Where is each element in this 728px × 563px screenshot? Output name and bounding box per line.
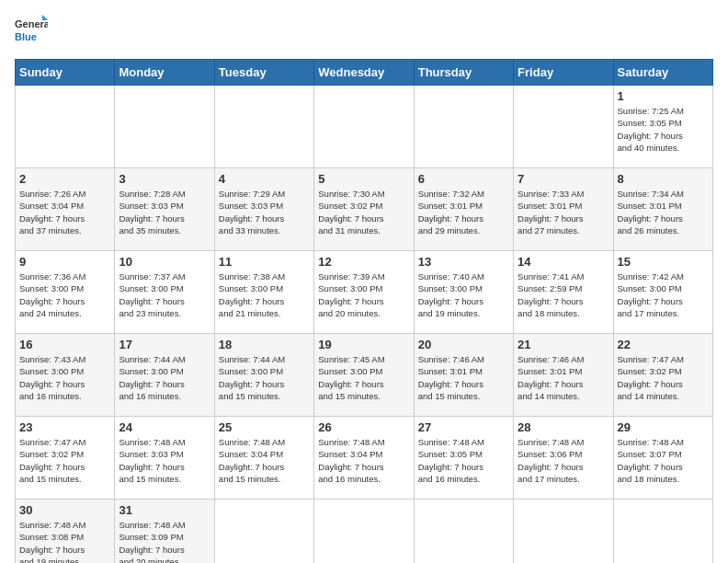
day-cell: 1Sunrise: 7:25 AM Sunset: 3:05 PM Daylig… xyxy=(613,86,712,168)
day-number: 28 xyxy=(518,420,609,434)
day-info: Sunrise: 7:38 AM Sunset: 3:00 PM Dayligh… xyxy=(219,270,310,319)
day-cell xyxy=(16,86,115,168)
day-cell: 19Sunrise: 7:45 AM Sunset: 3:00 PM Dayli… xyxy=(314,334,414,417)
day-header-friday: Friday xyxy=(514,60,613,86)
day-cell: 10Sunrise: 7:37 AM Sunset: 3:00 PM Dayli… xyxy=(115,251,214,334)
day-info: Sunrise: 7:36 AM Sunset: 3:00 PM Dayligh… xyxy=(19,270,110,319)
day-info: Sunrise: 7:48 AM Sunset: 3:05 PM Dayligh… xyxy=(418,436,509,485)
day-info: Sunrise: 7:48 AM Sunset: 3:03 PM Dayligh… xyxy=(119,436,210,485)
day-info: Sunrise: 7:30 AM Sunset: 3:02 PM Dayligh… xyxy=(318,188,409,236)
day-cell: 17Sunrise: 7:44 AM Sunset: 3:00 PM Dayli… xyxy=(115,334,214,417)
day-number: 7 xyxy=(518,172,609,186)
day-header-sunday: Sunday xyxy=(16,60,115,86)
svg-marker-2 xyxy=(42,15,48,20)
day-cell: 14Sunrise: 7:41 AM Sunset: 2:59 PM Dayli… xyxy=(514,251,613,334)
week-row-6: 30Sunrise: 7:48 AM Sunset: 3:08 PM Dayli… xyxy=(16,500,713,564)
day-info: Sunrise: 7:34 AM Sunset: 3:01 PM Dayligh… xyxy=(618,188,709,236)
day-cell xyxy=(115,86,214,168)
day-info: Sunrise: 7:48 AM Sunset: 3:06 PM Dayligh… xyxy=(518,436,609,485)
day-number: 21 xyxy=(518,338,609,351)
day-header-saturday: Saturday xyxy=(613,60,712,86)
day-cell xyxy=(414,86,513,168)
calendar-table: SundayMondayTuesdayWednesdayThursdayFrid… xyxy=(15,59,713,563)
day-number: 1 xyxy=(618,89,709,103)
day-cell: 9Sunrise: 7:36 AM Sunset: 3:00 PM Daylig… xyxy=(16,251,115,334)
day-info: Sunrise: 7:28 AM Sunset: 3:03 PM Dayligh… xyxy=(119,188,210,236)
day-info: Sunrise: 7:42 AM Sunset: 3:00 PM Dayligh… xyxy=(618,270,709,319)
day-info: Sunrise: 7:44 AM Sunset: 3:00 PM Dayligh… xyxy=(119,353,210,402)
day-cell: 5Sunrise: 7:30 AM Sunset: 3:02 PM Daylig… xyxy=(314,168,414,251)
day-number: 14 xyxy=(518,255,609,269)
day-info: Sunrise: 7:43 AM Sunset: 3:00 PM Dayligh… xyxy=(19,353,110,402)
day-info: Sunrise: 7:47 AM Sunset: 3:02 PM Dayligh… xyxy=(19,436,110,485)
day-info: Sunrise: 7:40 AM Sunset: 3:00 PM Dayligh… xyxy=(418,270,509,319)
day-cell: 11Sunrise: 7:38 AM Sunset: 3:00 PM Dayli… xyxy=(214,251,313,334)
day-number: 3 xyxy=(119,172,210,186)
day-info: Sunrise: 7:48 AM Sunset: 3:08 PM Dayligh… xyxy=(19,519,110,563)
day-number: 13 xyxy=(418,255,509,269)
day-cell xyxy=(314,500,414,564)
day-info: Sunrise: 7:48 AM Sunset: 3:04 PM Dayligh… xyxy=(318,436,409,485)
day-number: 30 xyxy=(19,503,110,517)
day-info: Sunrise: 7:46 AM Sunset: 3:01 PM Dayligh… xyxy=(518,353,609,402)
day-number: 6 xyxy=(418,172,509,186)
day-number: 5 xyxy=(318,172,409,186)
day-cell: 4Sunrise: 7:29 AM Sunset: 3:03 PM Daylig… xyxy=(214,168,313,251)
day-number: 27 xyxy=(418,420,509,434)
day-cell: 6Sunrise: 7:32 AM Sunset: 3:01 PM Daylig… xyxy=(414,168,513,251)
day-cell: 29Sunrise: 7:48 AM Sunset: 3:07 PM Dayli… xyxy=(613,417,712,500)
day-cell: 21Sunrise: 7:46 AM Sunset: 3:01 PM Dayli… xyxy=(514,334,613,417)
day-info: Sunrise: 7:48 AM Sunset: 3:07 PM Dayligh… xyxy=(618,436,709,485)
day-info: Sunrise: 7:25 AM Sunset: 3:05 PM Dayligh… xyxy=(618,105,709,154)
day-cell: 20Sunrise: 7:46 AM Sunset: 3:01 PM Dayli… xyxy=(414,334,513,417)
day-number: 17 xyxy=(119,338,210,351)
week-row-3: 9Sunrise: 7:36 AM Sunset: 3:00 PM Daylig… xyxy=(16,251,713,334)
day-info: Sunrise: 7:46 AM Sunset: 3:01 PM Dayligh… xyxy=(418,353,509,402)
day-cell: 30Sunrise: 7:48 AM Sunset: 3:08 PM Dayli… xyxy=(16,500,115,564)
day-cell: 12Sunrise: 7:39 AM Sunset: 3:00 PM Dayli… xyxy=(314,251,414,334)
day-cell: 13Sunrise: 7:40 AM Sunset: 3:00 PM Dayli… xyxy=(414,251,513,334)
day-cell xyxy=(414,500,513,564)
day-cell: 7Sunrise: 7:33 AM Sunset: 3:01 PM Daylig… xyxy=(514,168,613,251)
day-number: 24 xyxy=(119,420,210,434)
day-number: 22 xyxy=(618,338,709,351)
day-number: 9 xyxy=(19,255,110,269)
day-cell: 25Sunrise: 7:48 AM Sunset: 3:04 PM Dayli… xyxy=(214,417,313,500)
day-cell xyxy=(214,500,313,564)
day-cell: 26Sunrise: 7:48 AM Sunset: 3:04 PM Dayli… xyxy=(314,417,414,500)
day-cell xyxy=(314,86,414,168)
day-info: Sunrise: 7:32 AM Sunset: 3:01 PM Dayligh… xyxy=(418,188,509,236)
day-cell: 16Sunrise: 7:43 AM Sunset: 3:00 PM Dayli… xyxy=(16,334,115,417)
day-number: 2 xyxy=(19,172,110,186)
day-cell: 24Sunrise: 7:48 AM Sunset: 3:03 PM Dayli… xyxy=(115,417,214,500)
day-number: 16 xyxy=(19,338,110,351)
day-header-wednesday: Wednesday xyxy=(314,60,414,86)
day-cell: 27Sunrise: 7:48 AM Sunset: 3:05 PM Dayli… xyxy=(414,417,513,500)
day-info: Sunrise: 7:39 AM Sunset: 3:00 PM Dayligh… xyxy=(318,270,409,319)
day-cell xyxy=(514,86,613,168)
day-info: Sunrise: 7:37 AM Sunset: 3:00 PM Dayligh… xyxy=(119,270,210,319)
day-cell xyxy=(514,500,613,564)
day-number: 23 xyxy=(19,420,110,434)
day-cell: 31Sunrise: 7:48 AM Sunset: 3:09 PM Dayli… xyxy=(115,500,214,564)
day-header-monday: Monday xyxy=(115,60,214,86)
day-cell: 18Sunrise: 7:44 AM Sunset: 3:00 PM Dayli… xyxy=(214,334,313,417)
day-number: 20 xyxy=(418,338,509,351)
day-info: Sunrise: 7:33 AM Sunset: 3:01 PM Dayligh… xyxy=(518,188,609,236)
page-header: General Blue xyxy=(15,15,713,48)
day-info: Sunrise: 7:44 AM Sunset: 3:00 PM Dayligh… xyxy=(219,353,310,402)
logo-icon: General Blue xyxy=(15,15,48,48)
day-number: 4 xyxy=(219,172,310,186)
day-cell: 15Sunrise: 7:42 AM Sunset: 3:00 PM Dayli… xyxy=(613,251,712,334)
day-info: Sunrise: 7:26 AM Sunset: 3:04 PM Dayligh… xyxy=(19,188,110,236)
day-cell: 28Sunrise: 7:48 AM Sunset: 3:06 PM Dayli… xyxy=(514,417,613,500)
day-number: 31 xyxy=(119,503,210,517)
day-number: 8 xyxy=(618,172,709,186)
day-cell xyxy=(214,86,313,168)
day-cell: 3Sunrise: 7:28 AM Sunset: 3:03 PM Daylig… xyxy=(115,168,214,251)
day-number: 19 xyxy=(318,338,409,351)
day-info: Sunrise: 7:48 AM Sunset: 3:09 PM Dayligh… xyxy=(119,519,210,563)
week-row-4: 16Sunrise: 7:43 AM Sunset: 3:00 PM Dayli… xyxy=(16,334,713,417)
week-row-2: 2Sunrise: 7:26 AM Sunset: 3:04 PM Daylig… xyxy=(16,168,713,251)
day-cell xyxy=(613,500,712,564)
